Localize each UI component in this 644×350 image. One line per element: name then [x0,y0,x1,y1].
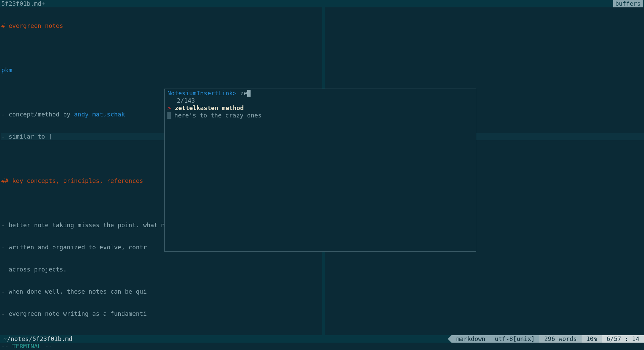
link-andy-matuschak[interactable]: andy matuschak [74,111,125,118]
mode-indicator: TERMINAL [12,343,42,350]
separator-icon [448,335,451,343]
status-encoding: utf-8[unix] [490,335,539,343]
text: across projects. [9,266,67,273]
status-file-path: ~/notes/5f23f01b.md [3,335,72,343]
picker-search-input[interactable]: ze [240,90,248,97]
buffers-tab[interactable]: buffers [613,0,643,7]
status-percent: 10% [582,335,602,343]
picker-prompt-label: NotesiumInsertLink> [167,90,240,97]
command-line[interactable]: -- TERMINAL -- [0,343,644,350]
bullet-dash: - [1,133,9,140]
result-marker-icon [167,112,171,119]
chevron-right-icon: > [167,104,175,111]
mode-dashes: -- [41,343,52,350]
link-pkm[interactable]: pkm [1,66,12,73]
text: written and organized to evolve, contr [9,244,147,251]
text: when done well, these notes can be qui [9,288,147,295]
cursor-icon [247,90,251,97]
mode-dashes: -- [1,343,12,350]
picker-result-count: 2/143 [167,97,473,104]
heading-1: # evergreen notes [1,22,63,29]
status-wordcount: 296 words [539,335,582,343]
tab-bar: 5f23f01b.md+ buffers [0,0,644,7]
tab-filename[interactable]: 5f23f01b.md+ [1,0,45,7]
cursor-line-text: similar to [ [9,133,52,140]
status-position: 6/57 : 14 [602,335,644,343]
picker-result-item[interactable]: here's to the crazy ones [167,112,473,119]
insert-link-picker[interactable]: NotesiumInsertLink> ze 2/143 > zettelkas… [164,89,476,252]
status-line: ~/notes/5f23f01b.md markdown utf-8[unix]… [0,335,644,343]
status-filetype: markdown [451,335,490,343]
heading-2: ## key concepts, principles, references [1,177,143,184]
text: evergreen note writing as a fundamenti [9,310,147,317]
picker-result-item[interactable]: > zettelkasten method [167,104,473,112]
text: concept/method by [9,111,74,118]
bullet-dash: - [1,111,9,118]
